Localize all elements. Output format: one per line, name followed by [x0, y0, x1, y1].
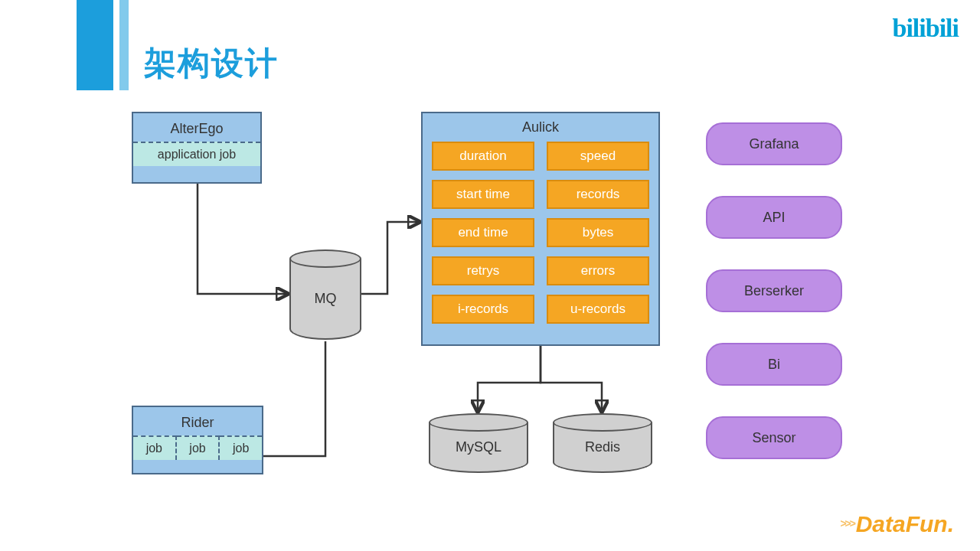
- metric-retrys: retrys: [432, 256, 534, 285]
- alterego-box: AlterEgo application job: [132, 112, 262, 184]
- metric-duration: duration: [432, 142, 534, 171]
- metric-errors: errors: [547, 256, 649, 285]
- rider-job-1: job: [177, 435, 220, 460]
- metric-bytes: bytes: [547, 218, 649, 247]
- metric-speed: speed: [547, 142, 649, 171]
- mq-store: MQ: [289, 249, 361, 340]
- rider-title: Rider: [133, 407, 262, 435]
- mysql-store: MySQL: [429, 413, 528, 473]
- metric-end-time: end time: [432, 218, 534, 247]
- consumer-api: API: [706, 196, 842, 239]
- rider-job-2: job: [220, 435, 262, 460]
- header-accent-thin: [119, 0, 129, 90]
- redis-store: Redis: [553, 413, 652, 473]
- metric-u-records: u-records: [547, 295, 649, 324]
- alterego-sub: application job: [133, 142, 260, 166]
- mq-label: MQ: [315, 291, 337, 307]
- consumer-grafana: Grafana: [706, 122, 842, 165]
- consumer-sensor: Sensor: [706, 416, 842, 459]
- metric-start-time: start time: [432, 180, 534, 209]
- consumer-berserker: Berserker: [706, 269, 842, 312]
- redis-label: Redis: [585, 439, 620, 455]
- aulick-box: Aulick duration speed start time records…: [421, 112, 660, 346]
- header-accent-thick: [77, 0, 113, 90]
- bilibili-logo: bilibili: [893, 14, 959, 43]
- slide-title: 架构设计: [144, 42, 279, 85]
- datafun-logo: DataFun.: [840, 511, 954, 537]
- alterego-title: AlterEgo: [133, 113, 260, 142]
- consumer-bi: Bi: [706, 343, 842, 386]
- rider-box: Rider job job job: [132, 406, 263, 474]
- metric-records: records: [547, 180, 649, 209]
- aulick-title: Aulick: [432, 113, 649, 139]
- rider-job-0: job: [133, 435, 177, 460]
- mysql-label: MySQL: [456, 439, 501, 455]
- metric-i-records: i-records: [432, 295, 534, 324]
